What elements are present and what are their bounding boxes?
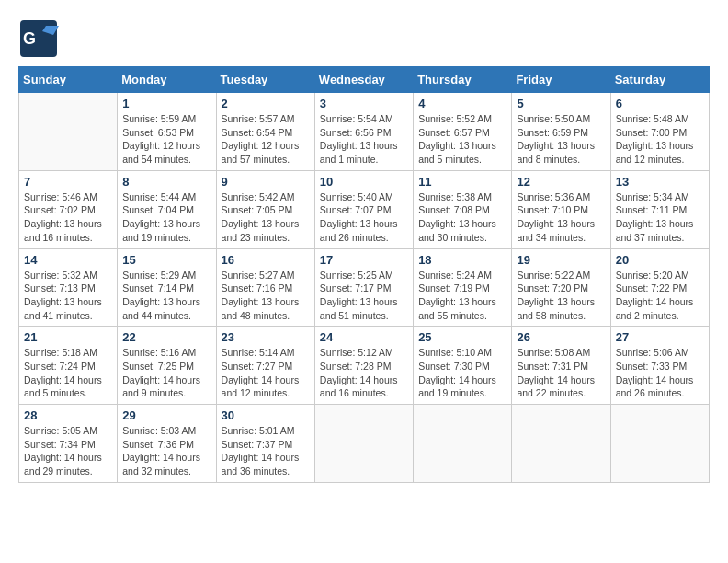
weekday-header: Tuesday xyxy=(216,67,314,93)
calendar-week-row: 28Sunrise: 5:05 AM Sunset: 7:34 PM Dayli… xyxy=(19,405,710,483)
day-info: Sunrise: 5:32 AM Sunset: 7:13 PM Dayligh… xyxy=(24,269,112,323)
day-number: 5 xyxy=(517,97,605,110)
calendar-cell: 14Sunrise: 5:32 AM Sunset: 7:13 PM Dayli… xyxy=(19,248,118,327)
day-info: Sunrise: 5:25 AM Sunset: 7:17 PM Dayligh… xyxy=(320,269,408,323)
day-info: Sunrise: 5:24 AM Sunset: 7:19 PM Dayligh… xyxy=(418,269,506,323)
day-number: 8 xyxy=(122,175,210,189)
weekday-header: Monday xyxy=(118,67,216,93)
calendar-cell: 2Sunrise: 5:57 AM Sunset: 6:54 PM Daylig… xyxy=(216,93,314,171)
day-number: 7 xyxy=(24,175,112,189)
day-number: 12 xyxy=(517,175,605,189)
calendar-cell xyxy=(314,405,413,483)
day-number: 15 xyxy=(122,253,210,267)
day-number: 1 xyxy=(122,97,210,110)
day-info: Sunrise: 5:50 AM Sunset: 6:59 PM Dayligh… xyxy=(517,112,605,167)
day-info: Sunrise: 5:36 AM Sunset: 7:10 PM Dayligh… xyxy=(517,190,605,245)
page-header: G xyxy=(18,18,710,59)
calendar-week-row: 1Sunrise: 5:59 AM Sunset: 6:53 PM Daylig… xyxy=(19,93,710,171)
calendar-cell xyxy=(610,405,709,483)
day-info: Sunrise: 5:06 AM Sunset: 7:33 PM Dayligh… xyxy=(616,346,704,400)
day-number: 3 xyxy=(320,97,408,110)
day-number: 26 xyxy=(517,330,605,344)
day-info: Sunrise: 5:38 AM Sunset: 7:08 PM Dayligh… xyxy=(418,190,506,245)
calendar-cell: 1Sunrise: 5:59 AM Sunset: 6:53 PM Daylig… xyxy=(118,93,216,171)
calendar-cell: 17Sunrise: 5:25 AM Sunset: 7:17 PM Dayli… xyxy=(314,248,413,327)
day-number: 9 xyxy=(222,175,310,189)
calendar-cell: 27Sunrise: 5:06 AM Sunset: 7:33 PM Dayli… xyxy=(610,327,709,405)
day-number: 10 xyxy=(320,175,408,189)
calendar-cell: 23Sunrise: 5:14 AM Sunset: 7:27 PM Dayli… xyxy=(216,327,314,405)
day-info: Sunrise: 5:05 AM Sunset: 7:34 PM Dayligh… xyxy=(24,424,112,478)
weekday-header: Saturday xyxy=(610,67,709,93)
calendar-cell: 12Sunrise: 5:36 AM Sunset: 7:10 PM Dayli… xyxy=(512,170,610,248)
day-number: 19 xyxy=(517,253,605,267)
day-info: Sunrise: 5:16 AM Sunset: 7:25 PM Dayligh… xyxy=(122,346,210,400)
day-info: Sunrise: 5:27 AM Sunset: 7:16 PM Dayligh… xyxy=(222,269,310,323)
day-info: Sunrise: 5:18 AM Sunset: 7:24 PM Dayligh… xyxy=(24,346,112,400)
calendar-cell: 21Sunrise: 5:18 AM Sunset: 7:24 PM Dayli… xyxy=(19,327,118,405)
weekday-header: Thursday xyxy=(414,67,512,93)
day-number: 25 xyxy=(418,330,506,344)
calendar-cell: 15Sunrise: 5:29 AM Sunset: 7:14 PM Dayli… xyxy=(118,248,216,327)
calendar-cell: 28Sunrise: 5:05 AM Sunset: 7:34 PM Dayli… xyxy=(19,405,118,483)
calendar-cell xyxy=(512,405,610,483)
day-info: Sunrise: 5:59 AM Sunset: 6:53 PM Dayligh… xyxy=(122,112,210,167)
calendar-cell: 29Sunrise: 5:03 AM Sunset: 7:36 PM Dayli… xyxy=(118,405,216,483)
calendar-cell: 30Sunrise: 5:01 AM Sunset: 7:37 PM Dayli… xyxy=(216,405,314,483)
day-number: 28 xyxy=(24,408,112,422)
calendar-cell: 10Sunrise: 5:40 AM Sunset: 7:07 PM Dayli… xyxy=(314,170,413,248)
day-number: 13 xyxy=(616,175,704,189)
day-number: 16 xyxy=(222,253,310,267)
day-number: 17 xyxy=(320,253,408,267)
calendar-week-row: 7Sunrise: 5:46 AM Sunset: 7:02 PM Daylig… xyxy=(19,170,710,248)
day-info: Sunrise: 5:03 AM Sunset: 7:36 PM Dayligh… xyxy=(122,424,210,478)
logo-icon: G xyxy=(18,18,59,59)
day-number: 14 xyxy=(24,253,112,267)
calendar-cell: 26Sunrise: 5:08 AM Sunset: 7:31 PM Dayli… xyxy=(512,327,610,405)
calendar-cell: 19Sunrise: 5:22 AM Sunset: 7:20 PM Dayli… xyxy=(512,248,610,327)
calendar-cell: 9Sunrise: 5:42 AM Sunset: 7:05 PM Daylig… xyxy=(216,170,314,248)
weekday-header: Wednesday xyxy=(314,67,413,93)
day-number: 11 xyxy=(418,175,506,189)
day-info: Sunrise: 5:34 AM Sunset: 7:11 PM Dayligh… xyxy=(616,190,704,245)
calendar-cell: 24Sunrise: 5:12 AM Sunset: 7:28 PM Dayli… xyxy=(314,327,413,405)
day-number: 27 xyxy=(616,330,704,344)
calendar-cell: 20Sunrise: 5:20 AM Sunset: 7:22 PM Dayli… xyxy=(610,248,709,327)
day-number: 20 xyxy=(616,253,704,267)
day-info: Sunrise: 5:01 AM Sunset: 7:37 PM Dayligh… xyxy=(222,424,310,478)
day-number: 4 xyxy=(418,97,506,110)
day-info: Sunrise: 5:12 AM Sunset: 7:28 PM Dayligh… xyxy=(320,346,408,400)
calendar-cell xyxy=(414,405,512,483)
calendar-cell: 5Sunrise: 5:50 AM Sunset: 6:59 PM Daylig… xyxy=(512,93,610,171)
calendar-cell: 13Sunrise: 5:34 AM Sunset: 7:11 PM Dayli… xyxy=(610,170,709,248)
calendar-cell: 8Sunrise: 5:44 AM Sunset: 7:04 PM Daylig… xyxy=(118,170,216,248)
weekday-header-row: SundayMondayTuesdayWednesdayThursdayFrid… xyxy=(19,67,710,93)
day-info: Sunrise: 5:22 AM Sunset: 7:20 PM Dayligh… xyxy=(517,269,605,323)
day-info: Sunrise: 5:14 AM Sunset: 7:27 PM Dayligh… xyxy=(222,346,310,400)
calendar-cell: 22Sunrise: 5:16 AM Sunset: 7:25 PM Dayli… xyxy=(118,327,216,405)
day-number: 22 xyxy=(122,330,210,344)
day-number: 2 xyxy=(222,97,310,110)
calendar-cell: 16Sunrise: 5:27 AM Sunset: 7:16 PM Dayli… xyxy=(216,248,314,327)
day-number: 21 xyxy=(24,330,112,344)
day-number: 6 xyxy=(616,97,704,110)
day-info: Sunrise: 5:44 AM Sunset: 7:04 PM Dayligh… xyxy=(122,190,210,245)
day-info: Sunrise: 5:57 AM Sunset: 6:54 PM Dayligh… xyxy=(222,112,310,167)
calendar-cell: 4Sunrise: 5:52 AM Sunset: 6:57 PM Daylig… xyxy=(414,93,512,171)
weekday-header: Sunday xyxy=(19,67,118,93)
day-number: 23 xyxy=(222,330,310,344)
day-info: Sunrise: 5:40 AM Sunset: 7:07 PM Dayligh… xyxy=(320,190,408,245)
day-info: Sunrise: 5:20 AM Sunset: 7:22 PM Dayligh… xyxy=(616,269,704,323)
calendar-cell: 6Sunrise: 5:48 AM Sunset: 7:00 PM Daylig… xyxy=(610,93,709,171)
day-number: 24 xyxy=(320,330,408,344)
svg-text:G: G xyxy=(23,29,36,48)
calendar-table: SundayMondayTuesdayWednesdayThursdayFrid… xyxy=(18,66,710,483)
calendar-cell: 7Sunrise: 5:46 AM Sunset: 7:02 PM Daylig… xyxy=(19,170,118,248)
calendar-cell: 18Sunrise: 5:24 AM Sunset: 7:19 PM Dayli… xyxy=(414,248,512,327)
day-info: Sunrise: 5:48 AM Sunset: 7:00 PM Dayligh… xyxy=(616,112,704,167)
day-number: 30 xyxy=(222,408,310,422)
weekday-header: Friday xyxy=(512,67,610,93)
day-number: 29 xyxy=(122,408,210,422)
day-info: Sunrise: 5:42 AM Sunset: 7:05 PM Dayligh… xyxy=(222,190,310,245)
day-info: Sunrise: 5:54 AM Sunset: 6:56 PM Dayligh… xyxy=(320,112,408,167)
